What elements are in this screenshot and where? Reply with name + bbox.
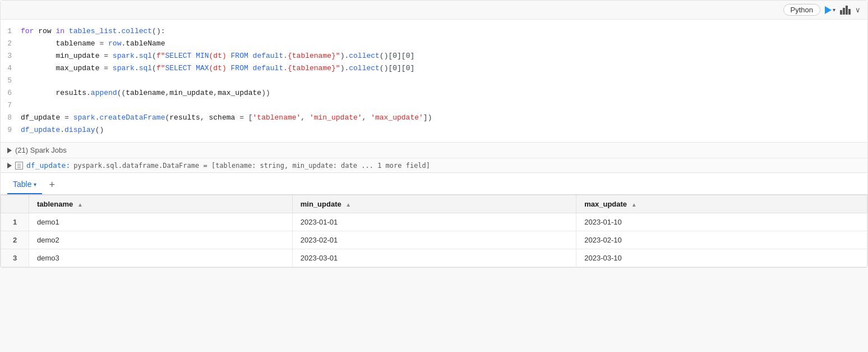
expand-df-icon: [7, 163, 12, 168]
code-line-2: 2 tablename = row.tableName: [1, 38, 867, 50]
results-table: tablename ▲ min_update ▲ max_update ▲: [1, 195, 867, 267]
row-num-header: [1, 195, 29, 213]
chart-bar-1: [840, 10, 842, 15]
line-num-4: 4: [1, 62, 21, 75]
sort-icon-tablename: ▲: [77, 202, 83, 208]
line-num-5: 5: [1, 75, 21, 87]
cell-tablename-row-2: demo2: [29, 231, 293, 249]
play-icon: [825, 6, 832, 14]
cell-min_update-row-2: 2023-02-01: [292, 231, 576, 249]
row-num-cell-3: 3: [1, 249, 29, 267]
code-line-6: 6 results.append((tablename,min_update,m…: [1, 87, 867, 99]
cell-max_update-row-3: 2023-03-10: [576, 249, 867, 267]
col-label-max-update: max_update: [584, 200, 627, 208]
dataframe-icon: [15, 162, 23, 170]
code-content-1: for row in tables_list.collect():: [21, 25, 165, 38]
cell-toolbar: Python ▾ ∨: [1, 1, 867, 20]
table-tabs: Table ▾ +: [1, 172, 867, 194]
expand-button[interactable]: ∨: [855, 6, 861, 14]
line-num-3: 3: [1, 50, 21, 62]
line-num-2: 2: [1, 38, 21, 50]
cell-tablename-row-3: demo3: [29, 249, 293, 267]
table-tab-dropdown-icon[interactable]: ▾: [34, 181, 36, 188]
code-content-9: df_update.display(): [21, 124, 104, 136]
row-num-cell-1: 1: [1, 213, 29, 231]
code-content-3: min_update = spark.sql(f"SELECT MIN(dt) …: [21, 50, 414, 62]
table-row: 2demo22023-02-012023-02-10: [1, 231, 867, 249]
code-content-8: df_update = spark.createDataFrame(result…: [21, 112, 432, 124]
code-line-4: 4 max_update = spark.sql(f"SELECT MAX(dt…: [1, 62, 867, 75]
cell-min_update-row-1: 2023-01-01: [292, 213, 576, 231]
chart-bar-4: [848, 9, 851, 15]
code-line-5: 5: [1, 75, 867, 87]
run-button[interactable]: ▾: [825, 6, 835, 14]
output-area: (21) Spark Jobs df_update: pyspark.sql.d…: [1, 142, 867, 267]
add-view-button[interactable]: +: [44, 177, 59, 194]
code-line-3: 3 min_update = spark.sql(f"SELECT MIN(dt…: [1, 50, 867, 62]
code-content-2: tablename = row.tableName: [21, 38, 165, 50]
col-label-tablename: tablename: [37, 200, 73, 208]
cell-max_update-row-1: 2023-01-10: [576, 213, 867, 231]
col-label-min-update: min_update: [301, 200, 341, 208]
table-body: 1demo12023-01-012023-01-102demo22023-02-…: [1, 213, 867, 267]
chart-bar-2: [843, 8, 845, 15]
table-tab[interactable]: Table ▾: [7, 177, 42, 194]
data-table-wrapper: tablename ▲ min_update ▲ max_update ▲: [1, 194, 867, 267]
cell-tablename-row-1: demo1: [29, 213, 293, 231]
line-num-8: 8: [1, 112, 21, 124]
row-num-cell-2: 2: [1, 231, 29, 249]
col-header-min-update[interactable]: min_update ▲: [292, 195, 576, 213]
expand-spark-jobs-icon: [7, 148, 12, 153]
cell-min_update-row-3: 2023-03-01: [292, 249, 576, 267]
chart-bar-3: [846, 6, 848, 15]
code-line-8: 8 df_update = spark.createDataFrame(resu…: [1, 112, 867, 124]
df-info-row[interactable]: df_update: pyspark.sql.dataframe.DataFra…: [1, 158, 867, 172]
line-num-9: 9: [1, 124, 21, 136]
code-area: 1 for row in tables_list.collect(): 2 ta…: [1, 20, 867, 142]
line-num-1: 1: [1, 25, 21, 38]
line-num-7: 7: [1, 99, 21, 112]
notebook-cell: Python ▾ ∨ 1 for row in tables_list.coll…: [0, 0, 868, 268]
table-header-row: tablename ▲ min_update ▲ max_update ▲: [1, 195, 867, 213]
spark-jobs-row[interactable]: (21) Spark Jobs: [1, 143, 867, 158]
sort-icon-max-update: ▲: [631, 202, 637, 208]
run-dropdown-chevron: ▾: [833, 7, 835, 13]
code-content-4: max_update = spark.sql(f"SELECT MAX(dt) …: [21, 62, 414, 75]
table-row: 1demo12023-01-012023-01-10: [1, 213, 867, 231]
col-header-tablename[interactable]: tablename ▲: [29, 195, 293, 213]
code-line-1: 1 for row in tables_list.collect():: [1, 25, 867, 38]
table-tab-label: Table: [13, 180, 31, 189]
df-name-label: df_update:: [26, 161, 70, 170]
sort-icon-min-update: ▲: [345, 202, 351, 208]
code-content-6: results.append((tablename,min_update,max…: [21, 87, 270, 99]
table-row: 3demo32023-03-012023-03-10: [1, 249, 867, 267]
language-badge[interactable]: Python: [783, 4, 820, 16]
cell-max_update-row-2: 2023-02-10: [576, 231, 867, 249]
line-num-6: 6: [1, 87, 21, 99]
spark-jobs-label: (21) Spark Jobs: [15, 146, 67, 154]
col-header-max-update[interactable]: max_update ▲: [576, 195, 867, 213]
df-type-label: pyspark.sql.dataframe.DataFrame = [table…: [73, 162, 430, 170]
code-line-9: 9 df_update.display(): [1, 124, 867, 136]
chart-icon[interactable]: [840, 6, 851, 15]
code-line-7: 7: [1, 99, 867, 112]
